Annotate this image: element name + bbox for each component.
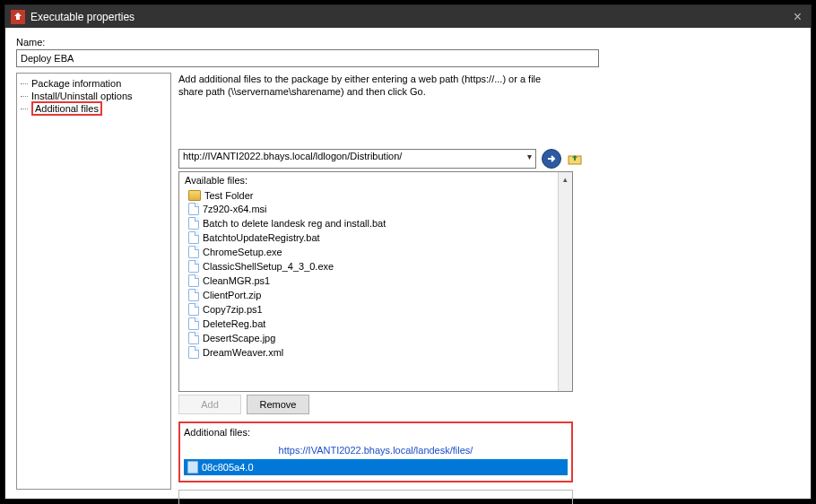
file-item-label: Copy7zip.ps1 [203, 304, 263, 315]
list-buttons: Add Remove [178, 395, 800, 414]
file-icon [188, 346, 199, 359]
file-icon [188, 317, 199, 330]
file-icon [188, 231, 199, 244]
titlebar: Executable properties × [5, 5, 811, 28]
additional-files-box: Additional files: https://IVANTI2022.bha… [178, 421, 573, 482]
bottom-panel [178, 490, 573, 504]
executable-properties-window: Executable properties × Name: Package in… [4, 4, 812, 500]
nav-tree: Package information Install/Uninstall op… [16, 73, 171, 490]
available-files-list: Available files: Test Folder7z920-x64.ms… [178, 171, 573, 392]
file-item[interactable]: CleanMGR.ps1 [179, 274, 572, 288]
file-icon [188, 303, 199, 316]
window-title: Executable properties [30, 11, 790, 23]
file-icon [188, 289, 199, 301]
scrollbar[interactable]: ▴ [558, 172, 572, 391]
name-input[interactable] [16, 49, 599, 67]
file-icon [188, 260, 199, 273]
dialog-body: Name: Package information Install/Uninst… [5, 28, 811, 499]
content-pane: Add additional files to the package by e… [178, 73, 800, 490]
additional-files-label: Additional files: [184, 427, 568, 438]
file-item-label: 7z920-x64.msi [203, 204, 267, 214]
instructions-text: Add additional files to the package by e… [178, 73, 555, 99]
tree-additional-files[interactable]: Additional files [19, 102, 169, 115]
go-button[interactable] [542, 149, 561, 169]
file-icon [188, 203, 199, 215]
file-item-label: CleanMGR.ps1 [203, 275, 270, 286]
file-item-label: DesertScape.jpg [203, 333, 275, 343]
file-item[interactable]: DesertScape.jpg [179, 331, 572, 345]
file-item-label: DreamWeaver.xml [203, 347, 283, 358]
file-item-label: DeleteReg.bat [203, 318, 265, 329]
add-button[interactable]: Add [178, 395, 241, 414]
file-item[interactable]: BatchtoUpdateRegistry.bat [179, 230, 572, 245]
file-item[interactable]: 7z920-x64.msi [179, 202, 572, 216]
file-icon [187, 461, 198, 474]
tree-install-uninstall-options[interactable]: Install/Uninstall options [19, 90, 169, 102]
file-item[interactable]: ChromeSetup.exe [179, 245, 572, 259]
path-row: http://IVANTI2022.bhays.local/ldlogon/Di… [178, 149, 800, 169]
file-item-label: Test Folder [204, 190, 253, 201]
file-item[interactable]: ClassicShellSetup_4_3_0.exe [179, 259, 572, 274]
remove-button[interactable]: Remove [247, 395, 309, 414]
additional-file-name: 08c805a4.0 [202, 462, 254, 473]
path-combobox[interactable]: http://IVANTI2022.bhays.local/ldlogon/Di… [178, 149, 536, 169]
file-item-label: ChromeSetup.exe [203, 247, 282, 257]
name-label: Name: [16, 37, 800, 48]
file-item[interactable]: ClientPort.zip [179, 288, 572, 302]
additional-file-item[interactable]: 08c805a4.0 [184, 459, 568, 475]
available-files-label: Available files: [179, 172, 572, 189]
arrow-right-icon [546, 153, 557, 164]
file-item[interactable]: DeleteReg.bat [179, 317, 572, 331]
name-row: Name: [16, 37, 800, 67]
file-item[interactable]: Copy7zip.ps1 [179, 302, 572, 317]
folder-up-icon [568, 152, 582, 166]
file-item-label: Batch to delete landesk reg and install.… [203, 218, 386, 229]
file-icon [188, 246, 199, 258]
file-item[interactable]: Batch to delete landesk reg and install.… [179, 216, 572, 230]
file-icon [188, 274, 199, 287]
file-icon [188, 332, 199, 344]
tree-package-information[interactable]: Package information [19, 77, 169, 90]
up-folder-button[interactable] [567, 151, 583, 167]
file-item[interactable]: DreamWeaver.xml [179, 345, 572, 360]
folder-icon [188, 190, 201, 201]
close-icon[interactable]: × [790, 9, 805, 25]
additional-files-url: https://IVANTI2022.bhays.local/landesk/f… [184, 443, 568, 459]
file-item-label: BatchtoUpdateRegistry.bat [203, 232, 320, 243]
file-item[interactable]: Test Folder [179, 189, 572, 202]
file-item-label: ClientPort.zip [203, 290, 261, 300]
app-icon [11, 10, 25, 24]
scroll-up-arrow[interactable]: ▴ [559, 172, 572, 187]
file-item-label: ClassicShellSetup_4_3_0.exe [203, 261, 334, 272]
file-icon [188, 217, 199, 230]
